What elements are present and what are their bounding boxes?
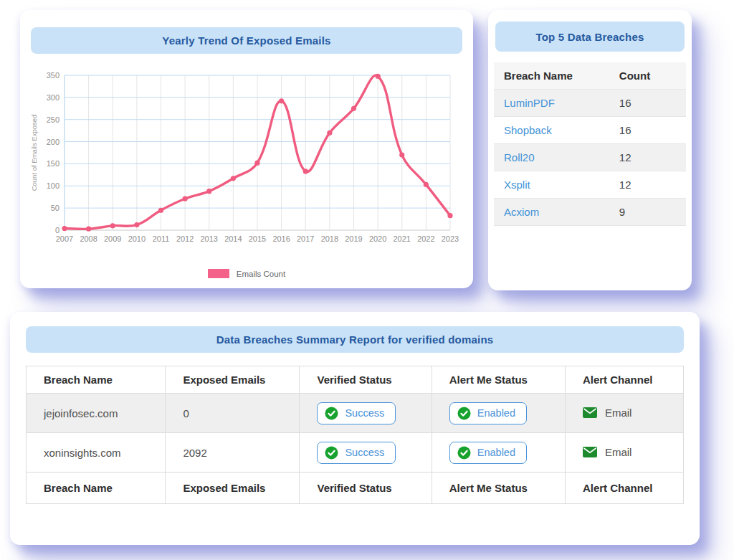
table-row: Acxiom 9 xyxy=(494,199,686,226)
exposed-emails-chart-card: Yearly Trend Of Exposed Emails 200720082… xyxy=(20,10,473,288)
svg-text:2011: 2011 xyxy=(153,234,170,243)
svg-text:2020: 2020 xyxy=(369,234,386,243)
column-header-verified-status: Verified Status xyxy=(300,366,432,394)
column-footer-exposed-emails: Exposed Emails xyxy=(166,473,300,504)
svg-text:2007: 2007 xyxy=(56,234,73,243)
check-circle-icon xyxy=(325,407,338,420)
column-footer-alert-me-status: Alert Me Status xyxy=(432,473,565,504)
breach-link-xsplit[interactable]: Xsplit xyxy=(504,179,530,191)
svg-text:2009: 2009 xyxy=(104,234,121,243)
column-header-alert-channel: Alert Channel xyxy=(565,366,683,394)
breach-link-luminpdf[interactable]: LuminPDF xyxy=(504,97,555,109)
svg-text:0: 0 xyxy=(55,226,59,234)
alert-channel-cell: Email xyxy=(583,446,632,458)
svg-text:350: 350 xyxy=(47,71,59,80)
svg-text:2018: 2018 xyxy=(321,234,338,243)
svg-text:2014: 2014 xyxy=(224,234,242,243)
table-row: Roll20 12 xyxy=(494,144,686,171)
alert-channel-label: Email xyxy=(605,407,632,419)
verified-status-button[interactable]: Success xyxy=(317,442,396,464)
chart-legend[interactable]: Emails Count xyxy=(20,269,473,278)
alert-channel-label: Email xyxy=(605,446,632,458)
svg-text:150: 150 xyxy=(47,159,59,168)
table-row: LuminPDF 16 xyxy=(494,90,686,117)
svg-text:200: 200 xyxy=(47,138,59,146)
svg-text:2010: 2010 xyxy=(128,234,146,243)
column-header-alert-me-status: Alert Me Status xyxy=(432,366,565,394)
summary-report-title: Data Breaches Summary Report for verifie… xyxy=(26,326,684,353)
summary-report-card: Data Breaches Summary Report for verifie… xyxy=(10,312,700,545)
svg-text:2021: 2021 xyxy=(394,234,411,243)
column-footer-alert-channel: Alert Channel xyxy=(565,473,683,504)
check-circle-icon xyxy=(457,446,471,460)
chart-area: 2007200820092010201120122013201420152016… xyxy=(29,65,473,262)
svg-text:100: 100 xyxy=(47,181,59,190)
alert-me-status-label: Enabled xyxy=(477,447,515,458)
svg-text:2022: 2022 xyxy=(417,234,434,243)
column-header-breach-name: Breach Name xyxy=(27,366,166,394)
top-breaches-table: Breach Name Count LuminPDF 16 Shopback 1… xyxy=(494,62,686,226)
svg-text:2016: 2016 xyxy=(272,234,290,243)
alert-me-status-label: Enabled xyxy=(477,407,515,419)
yearly-trend-line-chart: 2007200820092010201120122013201420152016… xyxy=(29,65,464,262)
svg-text:250: 250 xyxy=(47,115,59,124)
column-header-count: Count xyxy=(609,62,686,90)
top-breaches-header-row: Breach Name Count xyxy=(494,62,686,90)
svg-text:2013: 2013 xyxy=(201,234,218,243)
alert-me-status-button[interactable]: Enabled xyxy=(449,402,527,424)
alert-channel-cell: Email xyxy=(583,407,632,419)
svg-text:2019: 2019 xyxy=(345,234,362,243)
exposed-emails-count: 2092 xyxy=(166,433,300,473)
svg-text:2023: 2023 xyxy=(442,234,459,243)
breach-link-roll20[interactable]: Roll20 xyxy=(504,151,535,163)
verified-status-label: Success xyxy=(345,407,384,419)
column-header-breach-name: Breach Name xyxy=(494,62,609,90)
svg-text:300: 300 xyxy=(47,93,59,102)
alert-me-status-button[interactable]: Enabled xyxy=(449,442,527,464)
legend-label: Emails Count xyxy=(237,270,285,278)
breach-count: 9 xyxy=(609,199,686,226)
breach-link-shopback[interactable]: Shopback xyxy=(504,124,552,136)
breach-count: 12 xyxy=(609,144,686,171)
breach-link-acxiom[interactable]: Acxiom xyxy=(504,206,539,218)
domain-name: xoninsights.com xyxy=(27,433,166,473)
table-row: jejoinfosec.com 0 Success xyxy=(27,394,684,433)
exposed-emails-count: 0 xyxy=(166,394,300,433)
summary-header-row: Breach Name Exposed Emails Verified Stat… xyxy=(27,366,684,394)
svg-text:2017: 2017 xyxy=(297,234,314,243)
column-footer-verified-status: Verified Status xyxy=(300,473,432,504)
domain-name: jejoinfosec.com xyxy=(27,394,166,433)
verified-status-label: Success xyxy=(345,447,384,458)
breach-count: 16 xyxy=(609,117,686,144)
svg-text:50: 50 xyxy=(51,204,59,212)
column-header-exposed-emails: Exposed Emails xyxy=(166,366,300,394)
summary-footer-row: Breach Name Exposed Emails Verified Stat… xyxy=(27,473,684,504)
breach-count: 16 xyxy=(609,90,686,117)
svg-text:2012: 2012 xyxy=(176,234,194,243)
email-envelope-icon xyxy=(583,407,597,418)
svg-text:2015: 2015 xyxy=(249,234,266,243)
legend-swatch xyxy=(208,269,229,278)
svg-text:Count of Emails Exposed: Count of Emails Exposed xyxy=(30,115,38,191)
column-footer-breach-name: Breach Name xyxy=(27,473,166,504)
top-breaches-card: Top 5 Data Breaches Breach Name Count Lu… xyxy=(488,10,692,290)
email-envelope-icon xyxy=(583,447,597,457)
table-row: xoninsights.com 2092 Success xyxy=(27,433,684,473)
table-row: Xsplit 12 xyxy=(494,171,686,199)
verified-status-button[interactable]: Success xyxy=(317,402,396,424)
top-breaches-title: Top 5 Data Breaches xyxy=(495,22,685,52)
summary-report-table: Breach Name Exposed Emails Verified Stat… xyxy=(26,366,684,504)
check-circle-icon xyxy=(457,407,471,420)
check-circle-icon xyxy=(325,446,338,460)
breach-count: 12 xyxy=(609,171,686,199)
svg-text:2008: 2008 xyxy=(80,234,97,243)
table-row: Shopback 16 xyxy=(494,117,686,144)
chart-card-title: Yearly Trend Of Exposed Emails xyxy=(31,27,462,54)
